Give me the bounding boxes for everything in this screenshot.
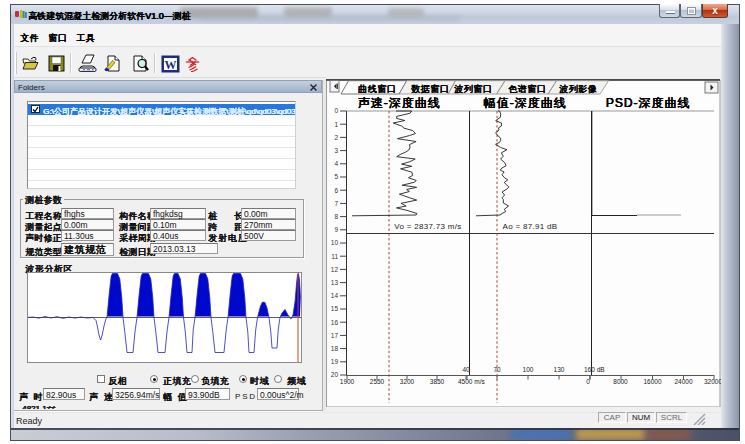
svg-text:20: 20 [331, 371, 339, 378]
svg-text:1900: 1900 [340, 378, 355, 385]
svg-text:波列窗口: 波列窗口 [454, 84, 492, 94]
svg-text:0: 0 [586, 378, 590, 385]
svg-text:40: 40 [462, 366, 470, 373]
svg-text:15: 15 [331, 305, 339, 312]
svg-text:160 dB: 160 dB [584, 366, 605, 373]
svg-text:100: 100 [523, 366, 534, 373]
svg-text:数据窗口: 数据窗口 [411, 84, 449, 94]
svg-text:8000: 8000 [613, 378, 628, 385]
svg-text:色谱窗口: 色谱窗口 [508, 84, 546, 94]
svg-text:18: 18 [331, 345, 339, 352]
svg-text:14: 14 [331, 292, 339, 299]
svg-text:曲线窗口: 曲线窗口 [358, 84, 396, 94]
svg-text:32000: 32000 [704, 378, 721, 385]
svg-text:16: 16 [331, 319, 339, 326]
svg-text:1: 1 [334, 121, 338, 128]
svg-text:Vo = 2837.73 m/s: Vo = 2837.73 m/s [394, 222, 461, 231]
svg-text:声速-深度曲线: 声速-深度曲线 [358, 96, 441, 110]
svg-text:幅值-深度曲线: 幅值-深度曲线 [484, 96, 567, 110]
svg-text:2: 2 [334, 134, 338, 141]
svg-text:4500 m/s: 4500 m/s [458, 378, 485, 385]
svg-text:2550: 2550 [370, 378, 385, 385]
svg-text:10: 10 [331, 239, 339, 246]
svg-text:7: 7 [334, 200, 338, 207]
svg-text:24000: 24000 [674, 378, 692, 385]
svg-text:Ao = 87.91 dB: Ao = 87.91 dB [503, 222, 558, 231]
svg-text:11: 11 [331, 253, 338, 260]
svg-text:PSD-深度曲线: PSD-深度曲线 [606, 96, 691, 110]
svg-text:130: 130 [554, 366, 565, 373]
svg-text:波列影像: 波列影像 [559, 84, 597, 94]
svg-text:8: 8 [334, 213, 338, 220]
svg-text:3850: 3850 [430, 378, 445, 385]
svg-text:12: 12 [331, 266, 339, 273]
svg-text:17: 17 [331, 332, 339, 339]
svg-text:9: 9 [334, 226, 338, 233]
svg-text:4: 4 [334, 160, 338, 167]
svg-text:5: 5 [334, 173, 338, 180]
svg-text:0: 0 [334, 107, 338, 114]
svg-text:13: 13 [331, 279, 339, 286]
svg-text:19: 19 [331, 358, 339, 365]
svg-text:16000: 16000 [643, 378, 661, 385]
svg-text:6: 6 [334, 187, 338, 194]
svg-text:3200: 3200 [400, 378, 415, 385]
svg-text:W: W [165, 58, 177, 72]
svg-text:3: 3 [334, 147, 338, 154]
